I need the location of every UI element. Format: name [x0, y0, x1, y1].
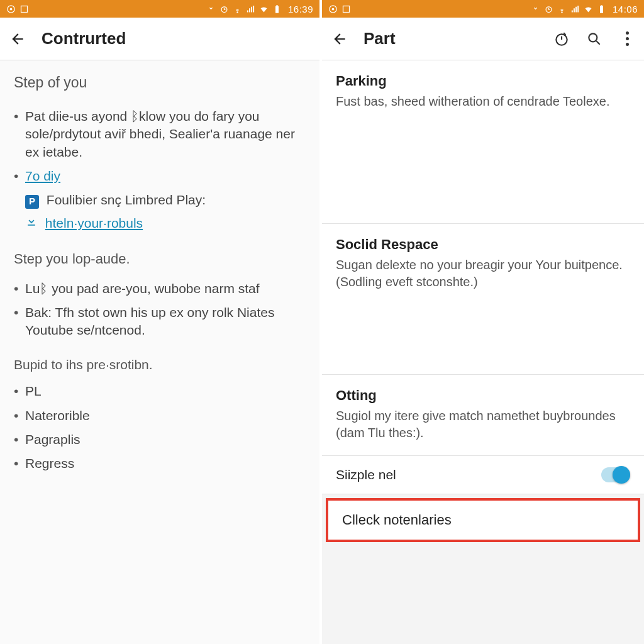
svg-point-12 — [556, 34, 567, 45]
list-item: P Foulibier snç Limbred Play: — [25, 191, 306, 209]
toggle-switch[interactable] — [601, 467, 630, 482]
wifi-weak-icon — [233, 4, 242, 14]
bullet-item: Pat diie-us ayond ᛒklow you do fary you … — [14, 108, 306, 161]
svg-rect-8 — [343, 6, 350, 12]
signal-icon — [246, 4, 255, 14]
section-heading: Step you lop-aude. — [14, 250, 306, 269]
back-button[interactable] — [331, 30, 348, 48]
bullet-item: Pagraplis — [14, 431, 306, 448]
paragraph: Bupid to ihs pre·srotibn. — [14, 356, 306, 374]
status-time: 14:06 — [613, 4, 638, 14]
svg-rect-5 — [276, 5, 278, 6]
bullet-item: PL — [14, 382, 306, 400]
search-icon[interactable] — [586, 31, 602, 47]
link[interactable]: hteln·your·robuls — [45, 216, 143, 230]
card-title: Soclid Respace — [336, 236, 630, 253]
wifi-icon — [259, 4, 269, 14]
alarm-icon — [544, 4, 553, 14]
bullet-item: 7o diy — [14, 167, 306, 185]
toggle-label: Siizple nel — [336, 467, 396, 482]
battery-icon — [272, 4, 282, 14]
settings-item-otting[interactable]: Otting Sugiol my itere give match nameth… — [322, 375, 644, 456]
alarm-icon — [219, 4, 229, 14]
status-bar: 14:06 — [322, 0, 644, 18]
app-indicator-icon — [328, 4, 338, 14]
back-arrow-icon — [331, 31, 348, 47]
app-indicator-icon — [6, 4, 16, 14]
article-content: Step of you Pat diie-us ayond ᛒklow you … — [0, 60, 319, 644]
svg-rect-10 — [600, 6, 603, 13]
parking-badge-icon: P — [25, 195, 39, 209]
svg-rect-2 — [21, 6, 28, 12]
settings-item-notenlaries[interactable]: Clleck notenlaries — [326, 498, 640, 542]
status-bar: 16:39 — [0, 0, 319, 18]
section-heading: Step of you — [14, 73, 306, 92]
download-icon — [25, 215, 38, 228]
back-button[interactable] — [9, 30, 26, 48]
card-body: Sugan delexte no your breagir your Your … — [336, 257, 630, 291]
bullet-item: Regress — [14, 455, 306, 472]
svg-point-13 — [589, 33, 597, 42]
svg-rect-4 — [275, 6, 279, 13]
app-bar: Contrurted — [0, 18, 319, 60]
settings-item-respace[interactable]: Soclid Respace Sugan delexte no your bre… — [322, 224, 644, 375]
list-item: hteln·your·robuls — [25, 214, 306, 232]
page-title: Part — [364, 29, 396, 48]
settings-toggle-siizple[interactable]: Siizple nel — [322, 456, 644, 494]
battery-icon — [597, 4, 606, 14]
svg-point-7 — [332, 8, 335, 10]
card-body: Sugiol my itere give match namethet buyb… — [336, 408, 630, 441]
overflow-menu-icon[interactable] — [619, 31, 635, 47]
svg-point-1 — [10, 8, 13, 10]
card-title: Parking — [336, 73, 630, 89]
settings-list: Parking Fust bas, sheed witheration of c… — [322, 60, 644, 644]
bullet-item: Naterorible — [14, 407, 306, 425]
settings-item-parking[interactable]: Parking Fust bas, sheed witheration of c… — [322, 60, 644, 224]
play-label: Foulibier snç Limbred Play: — [47, 192, 206, 207]
app-bar: Part — [322, 18, 644, 60]
wifi-icon — [584, 4, 593, 14]
download-indicator-icon — [206, 4, 216, 14]
right-screen: 14:06 Part Parking Fust bas, sheed withe… — [322, 0, 644, 644]
card-body: Fust bas, sheed witheration of cendrade … — [336, 93, 630, 110]
download-indicator-icon — [531, 4, 540, 14]
timer-icon[interactable] — [553, 31, 570, 47]
wifi-weak-icon — [557, 4, 567, 14]
svg-rect-11 — [601, 5, 602, 6]
link[interactable]: 7o diy — [25, 169, 60, 183]
left-screen: 16:39 Contrurted Step of you Pat diie-us… — [0, 0, 322, 644]
signal-icon — [570, 4, 580, 14]
status-time: 16:39 — [288, 4, 313, 14]
bullet-item: Luᛒ you pad are-you, wubobe narm staf — [14, 280, 306, 297]
square-icon — [19, 4, 29, 14]
row-label: Clleck notenlaries — [342, 512, 452, 528]
bullet-item: Bak: Tfh stot own his up ex ony rolk Nia… — [14, 304, 306, 340]
back-arrow-icon — [9, 31, 26, 47]
square-icon — [341, 4, 351, 14]
page-title: Contrurted — [42, 29, 126, 48]
card-title: Otting — [336, 387, 630, 404]
